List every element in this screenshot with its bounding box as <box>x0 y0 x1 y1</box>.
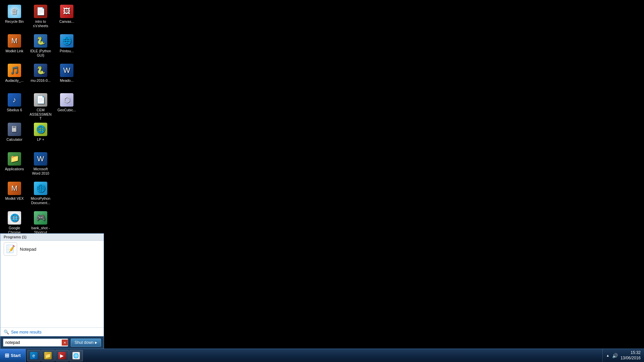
bank-shot-icon: 🎮 <box>34 211 47 225</box>
search-icon: 🔍 <box>4 329 9 335</box>
ms-word-ico: W <box>34 152 47 166</box>
recycle-bin-icon: 🗑 <box>8 5 21 18</box>
desktop-icon-lp[interactable]: 🌐 LP + <box>28 121 54 150</box>
micropython-label: MicroPython Document... <box>29 196 52 205</box>
programs-header: Programs (1) <box>0 234 104 241</box>
mu-2016-ico: 🐍 <box>34 64 47 77</box>
ie-taskbar-icon: e <box>30 352 38 359</box>
modkit-vex-icon: M <box>8 182 21 195</box>
program-item-notepad[interactable]: 📝 Notepad <box>0 241 104 257</box>
sibelius6-label: Sibelius 6 <box>7 108 22 112</box>
geocubic-ico: ⬡ <box>60 93 73 107</box>
desktop-icon-recycle-bin[interactable]: 🗑 Recycle Bin <box>1 3 28 32</box>
intro-ss-ico: 📄 <box>34 5 47 18</box>
desktop-icon-modkit-link[interactable]: M Modkit Link <box>1 32 28 62</box>
taskbar: ⊞ Start e 📁 ▶ 🌐 ▲ 🔊 15:32 13/06/2016 <box>0 349 644 362</box>
notepad-icon: 📝 <box>4 242 17 256</box>
taskbar-items: e 📁 ▶ 🌐 <box>26 350 602 361</box>
google-chrome-ico: 🌐 <box>8 211 21 225</box>
meadow-icon: W <box>60 64 73 77</box>
desktop-icon-meadow[interactable]: W Meado... <box>54 62 80 91</box>
meadow-ico: W <box>60 64 73 77</box>
shutdown-label: Shut down <box>74 340 94 345</box>
taskbar-item-ie[interactable]: e <box>27 350 41 361</box>
desktop-icon-idle[interactable]: 🐍 IDLE (Python GUI) <box>28 32 54 62</box>
intro-ss-icon: 📄 <box>34 5 47 18</box>
cem-icon: 📄 <box>34 93 47 107</box>
chrome-task-taskbar-icon: 🌐 <box>72 352 80 359</box>
modkit-link-icon: M <box>8 34 21 48</box>
geocubic-label: GeoCubic... <box>57 108 76 112</box>
ms-word-label: Microsoft Word 2010 <box>29 167 52 175</box>
mu-2016-icon: 🐍 <box>34 64 47 77</box>
applications-icon: 📁 <box>8 152 21 166</box>
audacity-ico: 🎵 <box>8 64 21 77</box>
volume-icon[interactable]: 🔊 <box>612 353 618 358</box>
clock-date: 13/06/2016 <box>621 356 641 361</box>
audacity-icon: 🎵 <box>8 64 21 77</box>
cem-ico: 📄 <box>34 93 47 107</box>
taskbar-item-explorer[interactable]: 📁 <box>41 350 55 361</box>
taskbar-item-chrome-task[interactable]: 🌐 <box>69 350 83 361</box>
printout-ico: 🌐 <box>60 34 73 48</box>
desktop-icon-modkit-vex[interactable]: M Modkit VEX <box>1 180 28 209</box>
idle-label: IDLE (Python GUI) <box>29 49 52 57</box>
lp-icon: 🌐 <box>34 123 47 136</box>
desktop-icon-calculator[interactable]: 🖩 Calculator <box>1 121 28 150</box>
desktop-icon-micropython[interactable]: 🌐 MicroPython Document... <box>28 180 54 209</box>
lp-ico: 🌐 <box>34 123 47 136</box>
recycle-bin-label: Recycle Bin <box>5 19 23 24</box>
media-taskbar-icon: ▶ <box>58 352 66 359</box>
modkit-vex-label: Modkit VEX <box>5 196 24 201</box>
canvas-icon: 🖼 <box>60 5 73 18</box>
printout-icon: 🌐 <box>60 34 73 48</box>
desktop-icon-cem[interactable]: 📄 CEM ASSESSMENT <box>28 91 54 121</box>
desktop-icon-applications[interactable]: 📁 Applications <box>1 150 28 180</box>
expand-notifications-icon[interactable]: ▲ <box>606 354 609 357</box>
shutdown-button[interactable]: Shut down ▶ <box>71 339 101 347</box>
micropython-ico: 🌐 <box>34 182 47 195</box>
desktop-icon-sibelius6[interactable]: ♪ Sibelius 6 <box>1 91 28 121</box>
taskbar-item-media[interactable]: ▶ <box>55 350 69 361</box>
ms-word-icon: W <box>34 152 47 166</box>
windows-icon: ⊞ <box>5 352 9 359</box>
recycle-bin-ico: 🗑 <box>8 5 21 18</box>
google-chrome-icon: 🌐 <box>8 211 21 225</box>
sibelius6-ico: ♪ <box>8 93 21 107</box>
start-menu: Programs (1) 📝 Notepad 🔍 See more result… <box>0 233 104 349</box>
search-input[interactable] <box>3 339 62 346</box>
shutdown-arrow-icon: ▶ <box>95 341 97 344</box>
search-box-container: ✕ <box>3 339 68 347</box>
desktop-icon-geocubic[interactable]: ⬡ GeoCubic... <box>54 91 80 121</box>
sibelius6-icon: ♪ <box>8 93 21 107</box>
geocubic-icon: ⬡ <box>60 93 73 107</box>
start-label: Start <box>11 353 21 358</box>
see-more-results[interactable]: 🔍 See more results <box>0 327 104 336</box>
clock: 15:32 13/06/2016 <box>621 350 641 361</box>
desktop-icon-canvas[interactable]: 🖼 Canvas... <box>54 3 80 32</box>
modkit-link-label: Modkit Link <box>5 49 23 53</box>
calculator-label: Calculator <box>6 137 22 142</box>
desktop-icon-mu-2016[interactable]: 🐍 mu-2016-0... <box>28 62 54 91</box>
applications-label: Applications <box>5 167 24 171</box>
search-clear-button[interactable]: ✕ <box>62 340 68 346</box>
idle-ico: 🐍 <box>34 34 47 48</box>
idle-icon: 🐍 <box>34 34 47 48</box>
desktop-icon-printout[interactable]: 🌐 Printou... <box>54 32 80 62</box>
start-button[interactable]: ⊞ Start <box>0 349 26 362</box>
desktop-icon-audacity[interactable]: 🎵 Audacity_... <box>1 62 28 91</box>
explorer-taskbar-icon: 📁 <box>44 352 52 359</box>
calculator-ico: 🖩 <box>8 123 21 136</box>
modkit-vex-ico: M <box>8 182 21 195</box>
printout-label: Printou... <box>60 49 74 53</box>
notepad-label: Notepad <box>20 247 36 252</box>
mu-2016-label: mu-2016-0... <box>31 78 51 83</box>
applications-ico: 📁 <box>8 152 21 166</box>
desktop-icon-intro-ss[interactable]: 📄 intro to s's'sheets <box>28 3 54 32</box>
lp-label: LP + <box>37 137 44 142</box>
desktop-icon-ms-word[interactable]: W Microsoft Word 2010 <box>28 150 54 180</box>
canvas-label: Canvas... <box>59 19 74 24</box>
program-list: 📝 Notepad <box>0 241 104 257</box>
bank-shot-ico: 🎮 <box>34 211 47 225</box>
micropython-icon: 🌐 <box>34 182 47 195</box>
